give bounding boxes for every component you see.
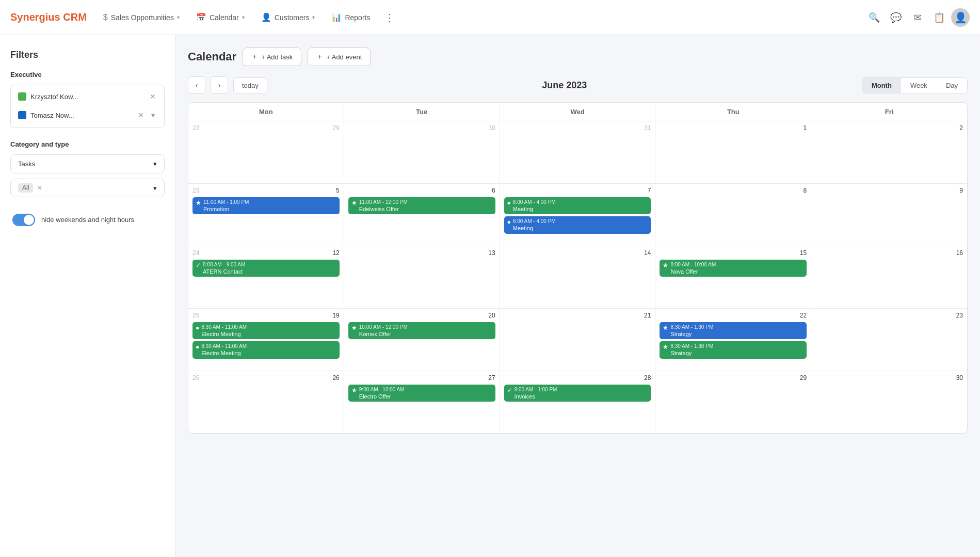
day-num: 12 [332,249,339,257]
day-headers: Mon Tue Wed Thu Fri [188,103,967,121]
header-wed: Wed [500,103,656,121]
toggle-weekends[interactable] [12,214,35,226]
cal-cell-1-3[interactable]: 8 [655,184,811,246]
day-num: 13 [488,249,495,257]
event-name: Strategy [670,349,713,357]
dollar-icon: $ [103,13,108,22]
nav-item-sales[interactable]: $ Sales Opportunities ▾ [97,9,186,26]
nav-item-reports[interactable]: 📊 Reports [325,8,376,26]
category-value: Tasks [18,160,35,168]
event-icon: ★ [351,199,357,208]
tag-remove-0[interactable]: ✕ [149,91,157,102]
cal-cell-2-2[interactable]: 14 [500,246,656,308]
navbar: Synergius CRM $ Sales Opportunities ▾ 📅 … [0,0,980,35]
calendar-event[interactable]: ●8:30 AM - 11:00 AMElectro Meeting [192,341,340,358]
next-month-button[interactable]: › [211,76,228,94]
cal-week-1: 235★11:00 AM - 1:00 PMPromotion6★11:00 A… [188,184,967,246]
cal-cell-1-2[interactable]: 7●8:00 AM - 4:00 PMMeeting●8:00 AM - 4:0… [500,184,656,246]
cal-cell-2-4[interactable]: 16 [811,246,967,308]
event-icon: ★ [663,343,668,352]
view-day-button[interactable]: Day [937,78,967,93]
chevron-down-type-icon: ▾ [153,184,157,192]
view-buttons: Month Week Day [862,77,968,93]
tag-remove-1[interactable]: ✕ [137,110,145,120]
calendar-event[interactable]: ★8:00 AM - 10:00 AMNova Offer [660,260,807,277]
view-week-button[interactable]: Week [901,78,937,93]
category-dropdown[interactable]: Tasks ▾ [10,154,165,173]
calendar-event[interactable]: ★11:00 AM - 1:00 PMPromotion [192,197,340,214]
cal-cell-2-0[interactable]: 2412✓8:00 AM - 9:00 AMATERN Contact [188,246,344,308]
calendar-event[interactable]: ●8:00 AM - 4:00 PMMeeting [504,197,651,214]
week-num: 23 [192,187,199,194]
cal-cell-4-3[interactable]: 29 [655,371,811,433]
add-task-label: + Add task [261,53,293,61]
day-num: 30 [488,124,495,132]
event-time: 8:30 AM - 1:30 PM [670,343,713,349]
event-time: 9:00 AM - 1:00 PM [515,386,557,393]
cal-cell-2-1[interactable]: 13 [344,246,500,308]
event-time: 8:30 AM - 11:00 AM [201,324,247,330]
cal-cell-3-4[interactable]: 23 [811,309,967,371]
cal-cell-0-4[interactable]: 2 [811,121,967,183]
mail-button[interactable]: ✉ [908,8,927,27]
week-num: 25 [192,312,199,319]
calendar-event[interactable]: ★11:00 AM - 12:00 PMEdelweiss Offer [348,197,495,214]
chevron-down-expand-icon[interactable]: ▾ [149,109,157,121]
header-thu: Thu [655,103,811,121]
cal-cell-2-3[interactable]: 15★8:00 AM - 10:00 AMNova Offer [655,246,811,308]
calendar-event[interactable]: ●8:30 AM - 11:00 AMElectro Meeting [192,322,340,339]
type-dropdown[interactable]: All ✕ ▾ [10,179,165,197]
calendar-event[interactable]: ✓8:00 AM - 9:00 AMATERN Contact [192,260,340,277]
day-num: 19 [332,312,339,319]
add-task-button[interactable]: ＋ + Add task [243,47,301,66]
chevron-down-icon-3: ▾ [312,14,315,20]
view-month-button[interactable]: Month [862,78,901,93]
logo[interactable]: Synergius CRM [10,11,87,23]
cal-cell-3-0[interactable]: 2519●8:30 AM - 11:00 AMElectro Meeting●8… [188,309,344,371]
cal-cell-1-4[interactable]: 9 [811,184,967,246]
cal-cell-4-0[interactable]: 2626 [188,371,344,433]
calendar-event[interactable]: ★9:00 AM - 10:00 AMElectro Offer [348,385,495,402]
calendar-header: Calendar ＋ + Add task ＋ + Add event [188,47,968,66]
cal-cell-1-1[interactable]: 6★11:00 AM - 12:00 PMEdelweiss Offer [344,184,500,246]
cal-cell-0-2[interactable]: 31 [500,121,656,183]
tag-name-1: Tomasz Now... [30,112,133,119]
search-button[interactable]: 🔍 [864,8,884,27]
user-avatar[interactable]: 👤 [951,8,970,27]
event-time: 8:00 AM - 10:00 AM [670,261,716,268]
cal-cell-3-1[interactable]: 20★10:00 AM - 12:00 PMKornex Offer [344,309,500,371]
day-num: 29 [332,124,339,132]
cal-cell-0-3[interactable]: 1 [655,121,811,183]
event-icon: ● [196,324,199,332]
logo-accent: CRM [63,11,87,23]
cal-cell-4-2[interactable]: 28✓9:00 AM - 1:00 PMInvoices [500,371,656,433]
calendar-event[interactable]: ✓9:00 AM - 1:00 PMInvoices [504,385,651,402]
cal-cell-0-1[interactable]: 30 [344,121,500,183]
today-button[interactable]: today [233,77,267,93]
prev-month-button[interactable]: ‹ [188,76,205,94]
calendar-event[interactable]: ●8:00 AM - 4:00 PMMeeting [504,216,651,233]
cal-cell-3-2[interactable]: 21 [500,309,656,371]
calendar-event[interactable]: ★10:00 AM - 12:00 PMKornex Offer [348,322,495,339]
cal-cell-4-4[interactable]: 30 [811,371,967,433]
chat-button[interactable]: 💬 [886,8,906,27]
cal-cell-4-1[interactable]: 27★9:00 AM - 10:00 AMElectro Offer [344,371,500,433]
tasks-button[interactable]: 📋 [929,8,949,27]
nav-item-calendar[interactable]: 📅 Calendar ▾ [190,8,251,26]
cal-cell-0-0[interactable]: 2229 [188,121,344,183]
event-time: 10:00 AM - 12:00 PM [359,324,408,330]
calendar-event[interactable]: ★8:30 AM - 1:30 PMStrategy [660,322,807,339]
chevron-down-icon-2: ▾ [242,14,245,20]
nav-actions: 🔍 💬 ✉ 📋 👤 [864,8,970,27]
day-num: 20 [488,312,495,319]
more-options-icon[interactable]: ⋮ [380,7,399,28]
tag-color-1 [18,111,26,119]
event-icon: ★ [663,262,668,270]
cal-cell-3-3[interactable]: 22★8:30 AM - 1:30 PMStrategy★8:30 AM - 1… [655,309,811,371]
calendar-event[interactable]: ★8:30 AM - 1:30 PMStrategy [660,341,807,358]
cal-cell-1-0[interactable]: 235★11:00 AM - 1:00 PMPromotion [188,184,344,246]
badge-remove-icon[interactable]: ✕ [37,184,42,192]
add-event-button[interactable]: ＋ + Add event [308,47,371,66]
header-mon: Mon [188,103,344,121]
nav-item-customers[interactable]: 👤 Customers ▾ [255,8,322,26]
